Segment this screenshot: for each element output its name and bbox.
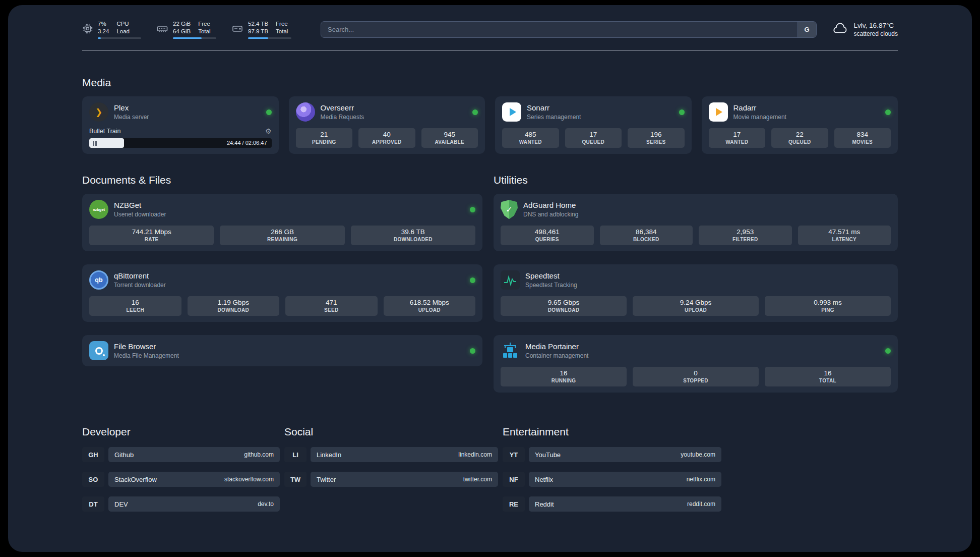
- app-card-radarr[interactable]: Radarr Movie management 17 WANTED 22 QUE…: [702, 96, 898, 154]
- bookmark-github[interactable]: GH Github github.com: [82, 447, 280, 462]
- stat-filtered: 2,953 FILTERED: [699, 226, 792, 245]
- playback-progress-bar: 24:44 / 02:06:47: [89, 138, 272, 148]
- app-card-overseerr[interactable]: Overseerr Media Requests 21 PENDING 40 A…: [289, 96, 485, 154]
- nzbget-icon: nzbget: [89, 200, 108, 219]
- qbittorrent-icon: qb: [89, 270, 108, 290]
- now-playing-title: Bullet Train: [89, 128, 121, 135]
- section-title-entertainment: Entertainment: [503, 426, 721, 438]
- app-card-adguard[interactable]: ✓ AdGuard Home DNS and adblocking 498,46…: [494, 194, 898, 251]
- search-engine-button[interactable]: G: [798, 22, 816, 37]
- bookmark-url: netflix.com: [687, 476, 715, 483]
- disk-progress-bar: [248, 37, 291, 39]
- app-name: Media Portainer: [525, 342, 588, 351]
- overseerr-icon: [296, 102, 315, 122]
- pause-icon[interactable]: [93, 141, 97, 146]
- search-input[interactable]: [321, 22, 798, 37]
- cpu-usage-value: 7%: [98, 20, 109, 28]
- bookmark-dev[interactable]: DT DEV dev.to: [82, 496, 280, 512]
- bookmark-abbr: TW: [284, 472, 307, 487]
- bookmark-url: youtube.com: [681, 451, 715, 458]
- app-card-plex[interactable]: ❯ Plex Media server Bullet Train ⚙: [82, 96, 279, 154]
- bookmark-abbr: RE: [503, 496, 525, 512]
- cpu-label: CPU: [116, 20, 130, 28]
- section-developer: Developer GH Github github.com SO StackO…: [82, 426, 280, 521]
- bookmark-name: Netflix: [535, 476, 553, 483]
- section-title-social: Social: [284, 426, 498, 438]
- app-card-qbittorrent[interactable]: qb qBittorrent Torrent downloader 16 LEE…: [82, 264, 482, 322]
- stat-latency: 47.571 ms LATENCY: [798, 226, 891, 245]
- app-name: Overseerr: [321, 103, 364, 112]
- section-documents: Documents & Files nzbget NZBGet Usenet d…: [82, 174, 482, 393]
- sonarr-icon: [502, 102, 521, 122]
- weather-location: Lviv, 16.87°C: [854, 22, 898, 29]
- status-online-dot: [470, 348, 475, 354]
- cpu-sublabel: Load: [116, 28, 130, 35]
- bookmark-abbr: NF: [503, 472, 525, 487]
- bookmark-url: dev.to: [258, 500, 274, 508]
- app-description: Speedtest Tracking: [525, 282, 577, 289]
- app-card-nzbget[interactable]: nzbget NZBGet Usenet downloader 744.21 M…: [82, 194, 482, 251]
- weather-condition: scattered clouds: [854, 30, 898, 37]
- cpu-progress-bar: [98, 37, 141, 39]
- cloud-icon: [831, 22, 849, 38]
- bookmark-abbr: YT: [503, 447, 525, 462]
- app-card-speedtest[interactable]: Speedtest Speedtest Tracking 9.65 Gbps D…: [494, 264, 898, 322]
- section-title-media: Media: [82, 77, 898, 89]
- bookmark-url: github.com: [244, 451, 274, 458]
- app-description: Usenet downloader: [114, 211, 166, 218]
- status-online-dot: [266, 109, 272, 115]
- app-card-portainer[interactable]: Media Portainer Container management 16 …: [494, 335, 898, 393]
- playback-time: 24:44 / 02:06:47: [227, 138, 267, 148]
- app-name: Speedtest: [525, 271, 577, 280]
- cpu-progress-fill: [98, 37, 101, 39]
- disk-free-value: 52.4 TB: [248, 20, 268, 28]
- stat-leech: 16 LEECH: [89, 296, 181, 316]
- bookmark-twitter[interactable]: TW Twitter twitter.com: [284, 472, 498, 487]
- bookmark-netflix[interactable]: NF Netflix netflix.com: [503, 472, 721, 487]
- app-name: Plex: [114, 103, 149, 112]
- topbar: 7% 3.24 CPU Load: [82, 20, 898, 39]
- bookmark-name: DEV: [114, 500, 128, 508]
- app-name: qBittorrent: [114, 271, 166, 280]
- bookmark-name: LinkedIn: [317, 451, 341, 459]
- stat-running: 16 RUNNING: [501, 367, 627, 386]
- radarr-icon: [709, 102, 728, 122]
- bookmark-name: YouTube: [535, 451, 561, 459]
- ram-total-label: Total: [198, 28, 210, 35]
- stat-downloaded: 39.6 TB DOWNLOADED: [351, 226, 475, 245]
- bookmark-abbr: SO: [82, 472, 104, 487]
- stat-approved: 40 APPROVED: [358, 128, 415, 148]
- bookmark-youtube[interactable]: YT YouTube youtube.com: [503, 447, 721, 462]
- stat-wanted: 17 WANTED: [709, 128, 766, 148]
- ram-free-label: Free: [198, 20, 210, 28]
- stat-total: 16 TOTAL: [765, 367, 891, 386]
- bookmark-stackoverflow[interactable]: SO StackOverflow stackoverflow.com: [82, 472, 280, 487]
- plex-now-playing: Bullet Train ⚙ 24:44 / 02:06:47: [89, 128, 272, 148]
- app-description: Media server: [114, 114, 149, 121]
- stat-stopped: 0 STOPPED: [633, 367, 759, 386]
- cpu-widget: 7% 3.24 CPU Load: [82, 20, 141, 39]
- gear-icon[interactable]: ⚙: [265, 128, 272, 135]
- bookmark-linkedin[interactable]: LI LinkedIn linkedin.com: [284, 447, 498, 462]
- app-name: File Browser: [114, 342, 179, 351]
- status-online-dot: [679, 109, 685, 115]
- stat-available: 945 AVAILABLE: [421, 128, 478, 148]
- status-online-dot: [885, 348, 891, 354]
- status-online-dot: [470, 277, 475, 283]
- app-name: AdGuard Home: [523, 201, 578, 209]
- bookmark-url: linkedin.com: [458, 451, 492, 458]
- app-card-sonarr[interactable]: Sonarr Series management 485 WANTED 17 Q…: [495, 96, 692, 154]
- bookmark-name: Twitter: [317, 476, 336, 483]
- app-name: Radarr: [733, 103, 786, 112]
- app-description: Torrent downloader: [114, 282, 166, 289]
- memory-widget: 22 GiB 64 GiB Free Total: [156, 20, 216, 39]
- ram-free-value: 22 GiB: [173, 20, 191, 28]
- cpu-chip-icon: [82, 23, 93, 36]
- stat-series: 196 SERIES: [628, 128, 685, 148]
- section-title-developer: Developer: [82, 426, 280, 438]
- bookmark-reddit[interactable]: RE Reddit reddit.com: [503, 496, 721, 512]
- bookmark-abbr: DT: [82, 496, 104, 512]
- app-card-filebrowser[interactable]: File Browser Media File Management: [82, 335, 482, 366]
- stat-queued: 22 QUEUED: [771, 128, 828, 148]
- stat-remaining: 266 GB REMAINING: [220, 226, 344, 245]
